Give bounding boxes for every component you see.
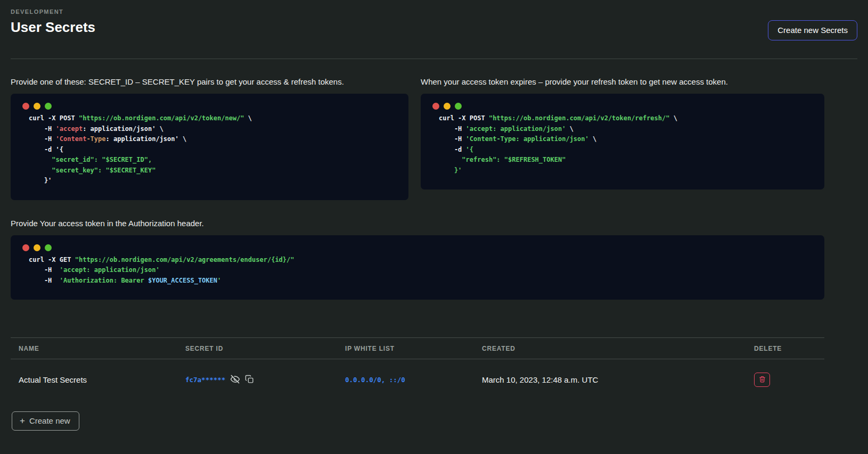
- token-new-section: Provide one of these: SECRET_ID – SECRET…: [11, 77, 408, 200]
- main-content: Provide one of these: SECRET_ID – SECRET…: [11, 77, 824, 431]
- secret-name: Actual Test Secrets: [19, 375, 185, 384]
- terminal-dot-green-icon: [45, 103, 52, 110]
- authorization-code: curl -X GET "https://ob.nordigen.com/api…: [29, 255, 816, 286]
- authorization-caption: Provide Your access token in the Authori…: [11, 218, 824, 228]
- page-header: DEVELOPMENT User Secrets Create new Secr…: [0, 0, 868, 40]
- terminal-dot-green-icon: [45, 244, 52, 251]
- create-new-label: Create new: [29, 416, 70, 425]
- header-divider: [11, 59, 857, 59]
- token-refresh-caption: When your access token expires – provide…: [421, 77, 824, 87]
- token-new-codeblock: curl -X POST "https://ob.nordigen.com/ap…: [11, 94, 408, 200]
- trash-icon: [759, 376, 766, 384]
- terminal-dot-amber-icon: [34, 103, 40, 110]
- reveal-secret-button[interactable]: [230, 374, 240, 386]
- terminal-dots: [22, 103, 400, 110]
- terminal-dot-amber-icon: [444, 103, 451, 110]
- authorization-codeblock: curl -X GET "https://ob.nordigen.com/api…: [11, 235, 824, 300]
- plus-icon: +: [20, 416, 25, 425]
- create-new-secrets-button[interactable]: Create new Secrets: [768, 20, 857, 40]
- eye-off-icon: [230, 374, 240, 386]
- token-refresh-code: curl -X POST "https://ob.nordigen.com/ap…: [439, 113, 816, 176]
- column-header-created: CREATED: [482, 345, 744, 352]
- token-columns: Provide one of these: SECRET_ID – SECRET…: [11, 77, 824, 200]
- token-refresh-section: When your access token expires – provide…: [421, 77, 824, 200]
- section-eyebrow: DEVELOPMENT: [11, 9, 95, 15]
- token-refresh-codeblock: curl -X POST "https://ob.nordigen.com/ap…: [421, 94, 824, 189]
- terminal-dot-green-icon: [455, 103, 462, 110]
- delete-secret-button[interactable]: [754, 373, 770, 387]
- page-title: User Secrets: [11, 19, 95, 36]
- ip-white-list: 0.0.0.0/0, ::/0: [345, 376, 482, 384]
- column-header-name: NAME: [19, 345, 185, 352]
- terminal-dots: [22, 244, 816, 251]
- delete-cell: [744, 373, 824, 387]
- terminal-dot-amber-icon: [34, 244, 40, 251]
- column-header-delete: DELETE: [744, 345, 824, 352]
- column-header-secret-id: SECRET ID: [185, 345, 345, 352]
- token-new-code: curl -X POST "https://ob.nordigen.com/ap…: [29, 113, 400, 186]
- terminal-dots: [432, 103, 816, 110]
- table-row: Actual Test Secrets fc7a******: [11, 359, 824, 400]
- column-header-ip-white-list: IP WHITE LIST: [345, 345, 482, 352]
- terminal-dot-red-icon: [432, 103, 439, 110]
- token-new-caption: Provide one of these: SECRET_ID – SECRET…: [11, 77, 408, 87]
- secret-id-masked: fc7a******: [185, 376, 225, 384]
- create-new-button[interactable]: + Create new: [12, 411, 79, 431]
- table-header-row: NAME SECRET ID IP WHITE LIST CREATED DEL…: [11, 337, 824, 359]
- secrets-table: NAME SECRET ID IP WHITE LIST CREATED DEL…: [11, 337, 824, 400]
- secret-id-cell: fc7a******: [185, 374, 345, 386]
- copy-icon: [245, 375, 254, 385]
- header-titles: DEVELOPMENT User Secrets: [11, 9, 95, 36]
- terminal-dot-red-icon: [22, 244, 29, 251]
- terminal-dot-red-icon: [22, 103, 29, 110]
- created-timestamp: March 10, 2023, 12:48 a.m. UTC: [482, 375, 744, 384]
- copy-secret-button[interactable]: [245, 375, 254, 385]
